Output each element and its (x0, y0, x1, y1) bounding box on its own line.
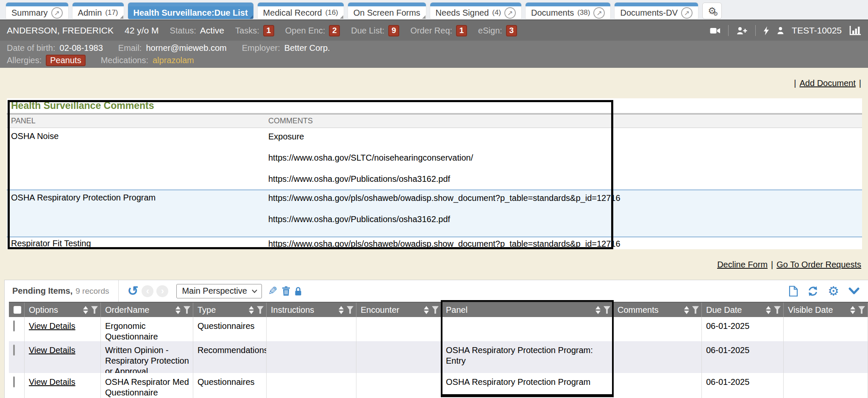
filter-icon[interactable] (774, 306, 781, 314)
tab-on-screen-forms[interactable]: On Screen Forms (348, 3, 426, 19)
column-header-visible-date[interactable]: Visible Date (784, 303, 868, 317)
next-perspective-icon[interactable]: › (156, 285, 168, 297)
employer-label: Employer: (242, 43, 280, 53)
tab-count: (16) (326, 8, 338, 17)
refresh-icon[interactable] (807, 286, 818, 296)
esign-badge[interactable]: 3 (506, 25, 517, 36)
video-camera-icon[interactable] (710, 27, 721, 34)
pending-table-header: Options OrderName Type Instructions Enco… (9, 302, 868, 317)
column-header-due-date[interactable]: Due Date (702, 303, 784, 317)
external-link-icon[interactable]: ↗ (51, 7, 63, 19)
new-document-icon[interactable] (789, 286, 798, 297)
visible-date-cell (784, 373, 868, 398)
column-header-comments[interactable]: Comments (613, 303, 702, 317)
tab-documents-dv[interactable]: Documents-DV ↗ (615, 3, 698, 19)
esign-label: eSign: (478, 26, 502, 36)
due-date-cell: 06-01-2025 (702, 341, 784, 373)
column-header-instructions[interactable]: Instructions (267, 303, 356, 317)
sort-icon[interactable] (766, 306, 771, 314)
person-icon[interactable] (777, 27, 784, 34)
external-link-icon[interactable]: ↗ (593, 7, 605, 19)
filter-icon[interactable] (858, 306, 865, 314)
row-checkbox[interactable] (13, 376, 15, 387)
delete-perspective-icon[interactable] (282, 286, 290, 296)
bar-chart-icon[interactable] (849, 26, 861, 35)
sort-icon[interactable] (175, 306, 181, 314)
collapse-chevron-icon[interactable] (849, 287, 860, 295)
table-settings-icon[interactable]: ⚙ (828, 284, 839, 298)
gears-icon: ⚙ (713, 11, 718, 17)
sort-icon[interactable] (339, 306, 344, 314)
sort-icon[interactable] (850, 306, 855, 314)
due-list-badge[interactable]: 9 (388, 25, 399, 36)
allergy-badge[interactable]: Peanuts (46, 55, 85, 66)
order-req-badge[interactable]: 1 (456, 25, 467, 36)
select-all-checkbox[interactable] (14, 306, 21, 314)
decline-form-link[interactable]: Decline Form (717, 260, 768, 270)
column-header-type[interactable]: Type (193, 303, 267, 317)
encounter-cell (356, 341, 442, 373)
lock-perspective-icon[interactable] (295, 287, 302, 296)
view-details-link[interactable]: View Details (29, 377, 75, 387)
pipe: | (794, 78, 796, 88)
edit-perspective-icon[interactable]: ✎ (268, 284, 278, 298)
lightning-bolt-icon[interactable] (763, 26, 769, 35)
filter-icon[interactable] (347, 306, 353, 314)
filter-icon[interactable] (184, 306, 190, 314)
tab-health-surveillance-due-list[interactable]: Health Surveillance:Due List (128, 3, 253, 19)
tab-needs-signed[interactable]: Needs Signed (4) ↗ (430, 3, 521, 19)
filter-icon[interactable] (257, 306, 264, 314)
add-person-icon[interactable] (736, 27, 748, 35)
perspective-select[interactable]: Main Perspective (176, 284, 262, 298)
external-link-icon[interactable]: ↗ (681, 7, 693, 19)
view-details-link[interactable]: View Details (29, 321, 75, 331)
patient-details: Date of birth: 02-08-1983 Email: horner@… (0, 41, 868, 68)
row-checkbox[interactable] (13, 345, 15, 356)
open-enc-badge[interactable]: 2 (329, 25, 340, 36)
sort-icon[interactable] (249, 306, 254, 314)
comments-row-respirator-fit[interactable]: Respirator Fit Testing https://www.osha.… (7, 237, 862, 250)
tab-settings-button[interactable]: ⚙ ⚙ (702, 3, 722, 19)
filter-icon[interactable] (692, 306, 699, 314)
comments-cell: https://www.osha.gov/pls/oshaweb/owadisp… (264, 237, 862, 250)
go-to-order-requests-link[interactable]: Go To Order Requests (776, 260, 861, 270)
filter-icon[interactable] (432, 306, 439, 314)
open-enc-label: Open Enc: (285, 26, 326, 36)
add-document-link[interactable]: Add Document (800, 78, 856, 88)
tab-medical-record[interactable]: Medical Record (16) (258, 3, 344, 19)
chevron-down-icon (251, 289, 258, 293)
undo-icon[interactable]: ↺ (127, 283, 138, 299)
filter-icon[interactable] (91, 306, 98, 314)
sort-icon[interactable] (83, 306, 88, 314)
email-label: Email: (118, 43, 142, 53)
panel-cell: OSHA Respiratory Protection Program (7, 190, 264, 237)
external-link-icon[interactable]: ↗ (504, 7, 516, 19)
column-header-options[interactable]: Options (25, 303, 101, 317)
column-header-panel[interactable]: Panel (442, 303, 613, 317)
tab-admin[interactable]: Admin (17) (72, 3, 124, 19)
medications-value: alprazolam (153, 56, 194, 65)
sort-icon[interactable] (684, 306, 689, 314)
sort-icon[interactable] (595, 306, 601, 314)
column-header-encounter[interactable]: Encounter (356, 303, 442, 317)
tasks-badge[interactable]: 1 (263, 25, 274, 36)
pending-items-title: Pending Items, (12, 286, 72, 296)
tab-label: Health Surveillance:Due List (134, 8, 248, 18)
sort-icon[interactable] (424, 306, 429, 314)
filter-icon[interactable] (604, 306, 610, 314)
tab-label: Documents (531, 8, 574, 18)
dob-label: Date of birth: (7, 43, 56, 53)
tab-documents[interactable]: Documents (38) ↗ (526, 3, 610, 19)
comments-row-osha-noise[interactable]: OSHA Noise Exposure https://www.osha.gov… (7, 128, 862, 189)
webchart-page: Summary ↗ Admin (17) Health Surveillance… (0, 0, 868, 398)
tab-summary[interactable]: Summary ↗ (6, 3, 68, 19)
employer-value: Better Corp. (284, 43, 330, 53)
previous-perspective-icon[interactable]: ‹ (142, 285, 153, 297)
medications-label: Medications: (101, 56, 148, 65)
view-details-link[interactable]: View Details (29, 345, 75, 355)
column-header-ordername[interactable]: OrderName (101, 303, 193, 317)
comments-cell: https://www.osha.gov/pls/oshaweb/owadisp… (264, 190, 862, 237)
comments-row-osha-respiratory[interactable]: OSHA Respiratory Protection Program http… (7, 189, 862, 237)
allergies-label: Allergies: (7, 56, 42, 65)
row-checkbox[interactable] (13, 320, 15, 331)
